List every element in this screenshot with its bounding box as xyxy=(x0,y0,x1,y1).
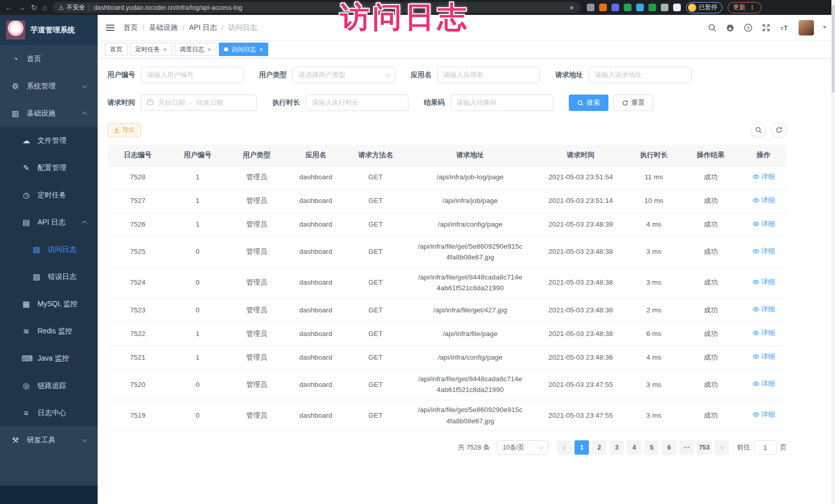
sidebar-item-log-center[interactable]: ≡日志中心 xyxy=(0,399,98,426)
user-type-select[interactable]: 请选择用户类型 xyxy=(292,67,395,83)
reset-button[interactable]: 重置 xyxy=(614,95,653,111)
scrollbar-thumb[interactable] xyxy=(832,5,834,92)
cell-result: 成功 xyxy=(681,345,740,369)
sidebar-item-error-log[interactable]: ▨错误日志 xyxy=(0,263,98,290)
detail-link[interactable]: 详细 xyxy=(752,171,775,182)
browser-reload-icon[interactable]: ↻ xyxy=(31,4,38,11)
breadcrumb-item[interactable]: API 日志 xyxy=(189,23,217,32)
extension-icon[interactable] xyxy=(624,4,632,11)
refresh-button[interactable] xyxy=(771,122,787,138)
detail-link[interactable]: 详细 xyxy=(752,327,775,339)
sidebar-item-infra[interactable]: ▥基础设施 xyxy=(0,100,98,127)
page-button-753[interactable]: 753 xyxy=(697,440,712,455)
page-button-5[interactable]: 5 xyxy=(644,440,659,455)
sidebar-item-trace[interactable]: ◎链路追踪 xyxy=(0,372,98,399)
paused-badge[interactable]: 已暂停 xyxy=(686,2,722,13)
page-button-1[interactable]: 1 xyxy=(574,440,589,455)
sidebar-item-scheduled-job[interactable]: ◷定时任务 xyxy=(0,181,98,209)
toggle-search-button[interactable] xyxy=(751,122,766,138)
detail-link[interactable]: 详细 xyxy=(752,246,775,257)
search-button[interactable]: 搜索 xyxy=(569,95,608,111)
sidebar-item-file-manage[interactable]: ☁文件管理 xyxy=(0,127,98,154)
hamburger-icon[interactable] xyxy=(106,25,115,31)
extension-icon[interactable] xyxy=(611,4,619,11)
browser-forward-icon[interactable]: → xyxy=(18,4,26,11)
font-size-icon[interactable]: TT xyxy=(780,23,790,32)
sidebar-item-system[interactable]: ⚙系统管理 xyxy=(0,72,98,100)
extension-icon[interactable] xyxy=(661,4,669,11)
sidebar-item-devtools[interactable]: ⚒研发工具 xyxy=(0,426,98,454)
tab-close-icon[interactable]: × xyxy=(163,46,167,53)
cell-duration: 3 ms xyxy=(627,369,681,400)
sidebar-item-access-log[interactable]: ▧访问日志 xyxy=(0,236,98,263)
extension-icon[interactable] xyxy=(673,4,681,11)
tab-首页[interactable]: 首页 xyxy=(105,43,127,56)
pager-ellipsis[interactable]: ··· xyxy=(679,440,694,455)
sidebar-item-config-manage[interactable]: ✎配置管理 xyxy=(0,154,98,181)
cell-actions: 详细 xyxy=(740,400,787,431)
page-button-4[interactable]: 4 xyxy=(627,440,641,455)
detail-link[interactable]: 详细 xyxy=(752,304,775,315)
sidebar-item-redis-monitor[interactable]: ≋Redis 监控 xyxy=(0,318,98,345)
browser-back-icon[interactable]: ← xyxy=(5,4,13,11)
extension-icon[interactable] xyxy=(648,4,656,11)
navbar-actions: ? TT xyxy=(708,20,827,35)
request-time-daterange[interactable]: 开始日期-结束日期 xyxy=(141,95,257,111)
redis-monitor-icon: ≋ xyxy=(22,327,31,336)
cell-result: 成功 xyxy=(681,267,740,298)
filter-label: 请求地址 xyxy=(555,70,583,80)
user-avatar[interactable] xyxy=(799,20,814,35)
tab-close-icon[interactable]: × xyxy=(208,46,212,53)
sidebar-item-java-monitor[interactable]: ⌨Java 监控 xyxy=(0,345,98,372)
detail-label: 详细 xyxy=(762,378,775,389)
result-code-input[interactable]: 请输入结果码 xyxy=(451,95,553,111)
search-icon[interactable] xyxy=(708,23,717,32)
tab-调度日志[interactable]: 调度日志× xyxy=(175,43,217,56)
duration-input[interactable]: 请输入执行时长 xyxy=(306,95,409,111)
detail-link[interactable]: 详细 xyxy=(752,409,775,420)
tab-close-icon[interactable]: × xyxy=(259,46,263,53)
page-size-select[interactable]: 10条/页 xyxy=(497,440,548,455)
app-name-input[interactable]: 请输入应用名 xyxy=(437,67,540,83)
scrollbar[interactable] xyxy=(831,0,835,504)
page-button-3[interactable]: 3 xyxy=(609,440,624,455)
sidebar-item-api-log[interactable]: ▤API 日志 xyxy=(0,209,98,236)
range-separator: - xyxy=(190,99,192,107)
browser-home-icon[interactable]: ⌂ xyxy=(43,4,47,11)
extension-icon[interactable] xyxy=(599,4,607,11)
export-button[interactable]: 导出 xyxy=(107,123,141,137)
question-icon[interactable]: ? xyxy=(744,23,753,32)
prev-page-button[interactable]: ‹ xyxy=(557,440,571,455)
sidebar-logo[interactable]: 芋道管理系统 xyxy=(0,15,98,45)
extension-icon[interactable] xyxy=(587,4,595,11)
url-bar[interactable]: ⚠ 不安全 dashboard.yudao.iocoder.cn/infra/l… xyxy=(52,2,581,13)
sidebar-item-home[interactable]: ◔首页 xyxy=(0,45,98,72)
eye-icon xyxy=(752,353,759,360)
detail-link[interactable]: 详细 xyxy=(752,218,775,230)
page-button-2[interactable]: 2 xyxy=(592,440,606,455)
tab-访问日志[interactable]: 访问日志× xyxy=(219,43,268,56)
request-url-input[interactable]: 请输入请求地址 xyxy=(589,67,692,83)
bookmark-star-icon[interactable]: ★ xyxy=(569,4,574,11)
extension-icon[interactable] xyxy=(636,4,644,11)
browser-menu-icon[interactable]: ⋮ xyxy=(749,4,756,11)
filter-user-type: 用户类型请选择用户类型 xyxy=(259,67,395,83)
goto-page-input[interactable] xyxy=(754,440,776,455)
breadcrumb-item[interactable]: 基础设施 xyxy=(149,23,178,32)
next-page-button[interactable]: › xyxy=(715,440,729,455)
detail-link[interactable]: 详细 xyxy=(752,195,775,206)
browser-update-button[interactable]: 更新 ⋮ xyxy=(728,2,762,13)
security-warning[interactable]: ⚠ 不安全 xyxy=(59,3,85,12)
user-id-input[interactable]: 请输入用户编号 xyxy=(141,67,244,83)
detail-link[interactable]: 详细 xyxy=(752,276,775,288)
detail-link[interactable]: 详细 xyxy=(752,378,775,389)
breadcrumb-item[interactable]: 首页 xyxy=(123,23,138,32)
cell-user-id: 0 xyxy=(168,267,227,298)
page-button-6[interactable]: 6 xyxy=(662,440,676,455)
detail-link[interactable]: 详细 xyxy=(752,351,775,362)
chevron-down-icon[interactable] xyxy=(823,26,827,29)
fullscreen-icon[interactable] xyxy=(762,23,771,32)
github-icon[interactable] xyxy=(726,23,735,32)
sidebar-item-mysql-monitor[interactable]: ▦MySQL 监控 xyxy=(0,290,98,318)
tab-定时任务[interactable]: 定时任务× xyxy=(130,43,172,56)
